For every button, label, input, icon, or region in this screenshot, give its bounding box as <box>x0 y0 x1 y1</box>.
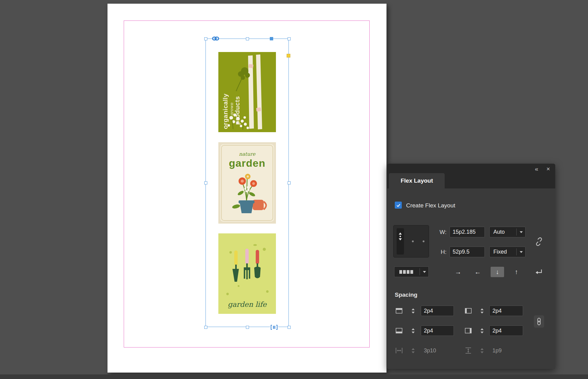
height-mode-value: Fixed <box>493 249 507 255</box>
chevron-down-icon <box>520 231 523 233</box>
width-input[interactable]: 15p2.185 <box>450 227 485 237</box>
direction-down-button[interactable]: ↓ <box>491 267 504 277</box>
create-flex-layout-label: Create Flex Layout <box>406 202 455 209</box>
selection-handle-top-left[interactable] <box>204 37 207 40</box>
spacing-bottom-stepper[interactable] <box>410 325 417 336</box>
width-mode-dropdown[interactable]: Auto <box>489 227 526 237</box>
direction-up-button[interactable]: ↑ <box>510 267 523 277</box>
panel-collapse-button[interactable]: « <box>533 165 541 173</box>
direction-right-button[interactable]: → <box>451 267 465 277</box>
packing-dropdown[interactable] <box>394 266 429 277</box>
spacing-right-stepper[interactable] <box>479 325 485 336</box>
spacing-bottom-icon <box>395 327 403 335</box>
selection-handle-bottom-right[interactable] <box>288 326 291 329</box>
selection-handle-mid-right[interactable] <box>288 181 291 184</box>
spacing-top-input[interactable]: 2p4 <box>421 306 454 316</box>
bottom-scrollbar-track[interactable] <box>0 374 588 379</box>
tab-flex-layout[interactable]: Flex Layout <box>389 173 445 188</box>
gap-horizontal-input: 3p10 <box>421 345 454 356</box>
linked-content-badge[interactable] <box>212 36 219 41</box>
flex-badge-icon <box>270 325 278 330</box>
chevron-down-icon <box>520 251 523 253</box>
spacing-right-icon <box>464 327 472 335</box>
proxy-dot <box>412 240 414 242</box>
height-mode-dropdown[interactable]: Fixed <box>489 247 526 257</box>
width-mode-value: Auto <box>493 229 505 235</box>
gap-horizontal-icon <box>395 347 403 355</box>
direction-left-button[interactable]: ← <box>471 267 484 277</box>
height-input[interactable]: 52p9.5 <box>450 247 485 257</box>
spacing-heading: Spacing <box>395 292 417 298</box>
flex-axis-handle[interactable] <box>397 228 404 255</box>
wrap-button[interactable] <box>533 267 545 277</box>
checkmark-icon <box>396 203 401 208</box>
document-page[interactable]: organically grown products nature garden <box>107 4 386 373</box>
dropdown-separator <box>516 248 517 255</box>
width-label: W: <box>433 227 447 237</box>
selection-frame[interactable] <box>205 39 289 327</box>
unlink-dimensions-button[interactable] <box>533 236 545 247</box>
spacing-left-icon <box>464 307 472 315</box>
spacing-bottom-input[interactable]: 2p4 <box>421 325 454 336</box>
flex-layout-badge[interactable] <box>270 325 278 330</box>
flex-layout-panel: « × Flex Layout Create Flex Layout W: 15 <box>387 164 555 369</box>
spacing-top-icon <box>395 307 403 315</box>
height-label: H: <box>433 247 447 257</box>
link-spacing-button[interactable] <box>534 315 544 328</box>
gap-vertical-stepper <box>479 345 485 356</box>
vertical-arrows-icon <box>398 232 402 240</box>
flex-anchor-proxy[interactable] <box>393 225 429 258</box>
selection-handle-top-right[interactable] <box>288 37 291 40</box>
chain-link-icon <box>536 317 542 326</box>
spacing-right-input[interactable]: 2p4 <box>489 325 523 336</box>
chevron-down-icon <box>423 271 426 273</box>
create-flex-layout-checkbox[interactable] <box>395 202 402 209</box>
gap-vertical-icon <box>464 347 472 355</box>
chain-link-icon <box>212 36 219 41</box>
distribute-icon <box>399 269 415 275</box>
spacing-top-stepper[interactable] <box>410 306 417 316</box>
auto-size-handle[interactable] <box>270 37 273 40</box>
application-pasteboard: organically grown products nature garden <box>0 0 588 379</box>
spacing-left-input[interactable]: 2p4 <box>489 306 523 316</box>
dropdown-separator <box>420 268 420 275</box>
wrap-return-icon <box>535 268 543 276</box>
selection-handle-top-center[interactable] <box>246 37 249 40</box>
broken-chain-icon <box>535 237 543 246</box>
selection-handle-mid-left[interactable] <box>204 181 207 184</box>
spacing-left-stepper[interactable] <box>479 306 485 316</box>
selection-handle-bottom-center[interactable] <box>246 326 249 329</box>
selection-handle-bottom-left[interactable] <box>204 326 207 329</box>
corner-options-widget[interactable] <box>287 54 290 58</box>
gap-vertical-input: 1p9 <box>489 345 523 356</box>
gap-horizontal-stepper <box>410 345 417 356</box>
proxy-dot <box>423 240 424 242</box>
dropdown-separator <box>516 229 517 236</box>
panel-close-button[interactable]: × <box>544 165 552 173</box>
